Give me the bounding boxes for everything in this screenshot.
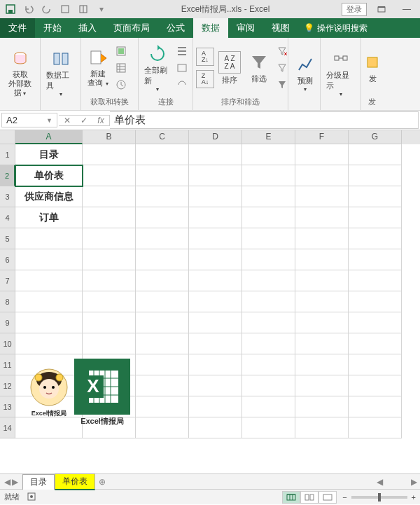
cell[interactable] xyxy=(136,396,189,417)
cell[interactable] xyxy=(136,144,189,165)
sheet-tab-active[interactable]: 单价表 xyxy=(55,473,95,490)
reapply-icon[interactable] xyxy=(274,60,290,76)
cell[interactable] xyxy=(242,144,295,165)
ribbon-options-icon[interactable] xyxy=(371,1,392,17)
cell[interactable] xyxy=(189,417,242,438)
cell[interactable] xyxy=(242,417,295,438)
cell[interactable] xyxy=(242,249,295,270)
minimize-icon[interactable]: — xyxy=(396,1,417,17)
cell[interactable] xyxy=(242,396,295,417)
cell[interactable] xyxy=(83,144,136,165)
cell[interactable] xyxy=(136,333,189,354)
tab-data[interactable]: 数据 xyxy=(193,18,228,38)
cell[interactable] xyxy=(349,207,402,228)
qat-icon-2[interactable] xyxy=(76,1,91,17)
cell[interactable] xyxy=(83,228,136,249)
tab-insert[interactable]: 插入 xyxy=(70,18,105,38)
cell[interactable] xyxy=(349,249,402,270)
col-header-A[interactable]: A xyxy=(15,130,83,144)
qat-icon[interactable] xyxy=(57,1,73,17)
cell[interactable] xyxy=(349,228,402,249)
cell[interactable] xyxy=(349,312,402,333)
filter-button[interactable]: 筛选 xyxy=(245,51,273,85)
cell[interactable] xyxy=(136,249,189,270)
cell[interactable] xyxy=(83,291,136,312)
cell[interactable]: 单价表 xyxy=(15,165,83,186)
connections-icon[interactable] xyxy=(174,43,190,59)
cell[interactable] xyxy=(189,312,242,333)
cell[interactable] xyxy=(295,333,349,354)
from-table-icon[interactable] xyxy=(113,60,129,76)
advanced-filter-icon[interactable] xyxy=(274,77,290,92)
refresh-all-button[interactable]: 全部刷新▾ xyxy=(141,43,173,94)
tab-layout[interactable]: 页面布局 xyxy=(105,18,158,38)
cell[interactable] xyxy=(242,333,295,354)
cell[interactable] xyxy=(349,417,402,438)
zoom-slider[interactable] xyxy=(351,496,407,499)
recent-sources-icon[interactable] xyxy=(113,77,129,92)
row-header[interactable]: 11 xyxy=(0,354,15,375)
show-queries-icon[interactable] xyxy=(113,43,129,59)
properties-icon[interactable] xyxy=(174,60,190,76)
select-all-corner[interactable] xyxy=(0,130,15,144)
view-normal-icon[interactable] xyxy=(282,491,300,504)
cell[interactable] xyxy=(189,291,242,312)
cell[interactable] xyxy=(189,228,242,249)
cell[interactable] xyxy=(349,396,402,417)
cell[interactable] xyxy=(295,291,349,312)
formula-input[interactable]: 单价表 xyxy=(110,111,419,129)
redo-icon[interactable] xyxy=(39,1,55,17)
row-header[interactable]: 7 xyxy=(0,270,15,291)
cell[interactable] xyxy=(136,165,189,186)
cell[interactable] xyxy=(349,333,402,354)
row-header[interactable]: 3 xyxy=(0,186,15,207)
cell[interactable] xyxy=(242,228,295,249)
zoom-out-button[interactable]: − xyxy=(342,493,346,501)
cell[interactable]: 订单 xyxy=(15,207,83,228)
col-header-G[interactable]: G xyxy=(349,130,402,144)
undo-icon[interactable] xyxy=(21,1,36,17)
cell[interactable] xyxy=(295,144,349,165)
cell[interactable] xyxy=(189,165,242,186)
cell[interactable] xyxy=(136,375,189,396)
cell[interactable] xyxy=(136,207,189,228)
enter-icon[interactable]: ✓ xyxy=(76,116,92,125)
cell[interactable] xyxy=(242,165,295,186)
new-query-button[interactable]: 新建查询 ▾ xyxy=(84,47,112,89)
tab-formulas[interactable]: 公式 xyxy=(158,18,193,38)
row-header[interactable]: 2 xyxy=(0,165,15,186)
cell[interactable] xyxy=(242,207,295,228)
col-header-C[interactable]: C xyxy=(136,130,189,144)
cell[interactable] xyxy=(83,165,136,186)
cell[interactable] xyxy=(242,375,295,396)
cell[interactable] xyxy=(295,354,349,375)
cell[interactable] xyxy=(295,417,349,438)
cell[interactable] xyxy=(242,354,295,375)
cell[interactable] xyxy=(349,354,402,375)
cell[interactable] xyxy=(83,333,136,354)
cell[interactable] xyxy=(295,228,349,249)
cell[interactable]: 供应商信息 xyxy=(15,186,83,207)
cell[interactable] xyxy=(349,186,402,207)
cell[interactable] xyxy=(295,165,349,186)
forecast-button[interactable]: 预测▾ xyxy=(291,53,319,94)
cell[interactable] xyxy=(295,375,349,396)
row-header[interactable]: 10 xyxy=(0,333,15,354)
edit-links-icon[interactable] xyxy=(174,77,190,92)
col-header-B[interactable]: B xyxy=(83,130,136,144)
zoom-in-button[interactable]: + xyxy=(412,493,416,501)
cell[interactable] xyxy=(15,249,83,270)
col-header-E[interactable]: E xyxy=(242,130,295,144)
row-header[interactable]: 5 xyxy=(0,228,15,249)
cell[interactable] xyxy=(136,291,189,312)
cell[interactable] xyxy=(189,396,242,417)
cell[interactable] xyxy=(136,354,189,375)
sort-za-icon[interactable]: ZA↓ xyxy=(196,70,214,88)
cell[interactable] xyxy=(242,312,295,333)
row-header[interactable]: 14 xyxy=(0,417,15,438)
hscroll-right-icon[interactable]: ▶ xyxy=(411,477,417,487)
cell[interactable] xyxy=(349,144,402,165)
cell[interactable] xyxy=(83,207,136,228)
dev-button[interactable]: 发 xyxy=(364,51,381,85)
cell[interactable] xyxy=(189,207,242,228)
